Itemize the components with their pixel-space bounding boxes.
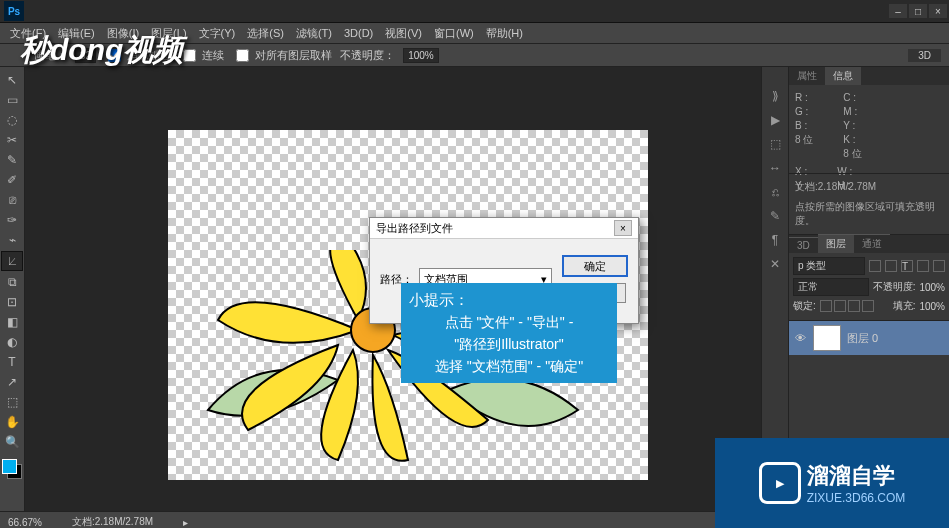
site-logo-overlay: ▶ 溜溜自学 ZIXUE.3D66.COM bbox=[715, 438, 949, 528]
tab-channels[interactable]: 通道 bbox=[854, 234, 890, 253]
tab-properties[interactable]: 属性 bbox=[789, 66, 825, 85]
dialog-title: 导出路径到文件 bbox=[376, 221, 453, 236]
tool-brush[interactable]: ⎚ bbox=[2, 191, 22, 209]
layer-kind-filter[interactable]: p 类型 bbox=[793, 257, 865, 275]
lock-pixels-icon[interactable] bbox=[834, 300, 846, 312]
opt-opacity-label: 不透明度： bbox=[340, 48, 395, 63]
strip-icon-2[interactable]: ▶ bbox=[766, 111, 784, 129]
menu-3d[interactable]: 3D(D) bbox=[338, 25, 379, 41]
options-bar: 画笔： 32 消除锯齿 连续 对所有图层取样 不透明度： 100% 3D bbox=[0, 44, 949, 67]
hint-line1: 点击 "文件" - "导出" - bbox=[409, 311, 609, 333]
hint-overlay: 小提示： 点击 "文件" - "导出" - "路径到Illustrator" 选… bbox=[401, 283, 617, 383]
opt-brush-size[interactable]: 32 bbox=[75, 48, 96, 63]
tool-healing[interactable]: ✐ bbox=[2, 171, 22, 189]
menu-file[interactable]: 文件(F) bbox=[4, 24, 52, 43]
opt-antialias[interactable]: 消除锯齿 bbox=[104, 46, 171, 65]
strip-icon-3[interactable]: ⬚ bbox=[766, 135, 784, 153]
tool-hand[interactable]: ✋ bbox=[2, 413, 22, 431]
window-maximize[interactable]: □ bbox=[909, 4, 927, 18]
lock-label: 锁定: bbox=[793, 299, 816, 313]
dialog-close-button[interactable]: × bbox=[614, 220, 632, 236]
layer-thumbnail[interactable] bbox=[813, 325, 841, 351]
tab-3d[interactable]: 3D bbox=[789, 237, 818, 253]
strip-icon-8[interactable]: ✕ bbox=[766, 255, 784, 273]
opt-all-layers[interactable]: 对所有图层取样 bbox=[232, 46, 332, 65]
opt-opacity[interactable]: 100% bbox=[403, 48, 439, 63]
hint-title: 小提示： bbox=[409, 289, 609, 311]
strip-icon-6[interactable]: ✎ bbox=[766, 207, 784, 225]
tool-history-brush[interactable]: ⌁ bbox=[2, 231, 22, 249]
menu-select[interactable]: 选择(S) bbox=[241, 24, 290, 43]
opt-3d-button[interactable]: 3D bbox=[908, 49, 941, 62]
tool-crop[interactable]: ✂ bbox=[2, 131, 22, 149]
strip-icon-4[interactable]: ↔ bbox=[766, 159, 784, 177]
tool-zoom[interactable]: 🔍 bbox=[2, 433, 22, 451]
window-minimize[interactable]: – bbox=[889, 4, 907, 18]
tool-pen[interactable]: ◐ bbox=[2, 333, 22, 351]
tool-marquee[interactable]: ▭ bbox=[2, 91, 22, 109]
app-logo: Ps bbox=[4, 1, 24, 21]
menu-help[interactable]: 帮助(H) bbox=[480, 24, 529, 43]
window-close[interactable]: × bbox=[929, 4, 947, 18]
visibility-eye-icon[interactable]: 👁 bbox=[793, 332, 807, 344]
tool-gradient[interactable]: ⧉ bbox=[2, 273, 22, 291]
tool-path[interactable]: ↗ bbox=[2, 373, 22, 391]
dialog-ok-button[interactable]: 确定 bbox=[562, 255, 628, 277]
menu-window[interactable]: 窗口(W) bbox=[428, 24, 480, 43]
menu-image[interactable]: 图像(I) bbox=[101, 24, 145, 43]
tool-type[interactable]: T bbox=[2, 353, 22, 371]
filter-adj-icon[interactable] bbox=[885, 260, 897, 272]
menu-layer[interactable]: 图层(L) bbox=[145, 24, 192, 43]
color-swatches[interactable] bbox=[2, 459, 22, 479]
strip-icon-7[interactable]: ¶ bbox=[766, 231, 784, 249]
opt-contiguous[interactable]: 连续 bbox=[179, 46, 224, 65]
doc-size: 文档:2.18M/2.78M bbox=[72, 515, 153, 528]
play-icon: ▶ bbox=[759, 462, 801, 504]
zoom-level[interactable]: 66.67% bbox=[8, 517, 42, 528]
hint-line3: 选择 "文档范围" - "确定" bbox=[409, 355, 609, 377]
filter-text-icon[interactable]: T bbox=[901, 260, 913, 272]
lock-all-icon[interactable] bbox=[862, 300, 874, 312]
tool-shape[interactable]: ⬚ bbox=[2, 393, 22, 411]
tool-eraser[interactable]: ⟀ bbox=[1, 251, 23, 271]
menu-type[interactable]: 文字(Y) bbox=[193, 24, 242, 43]
opacity-value[interactable]: 100% bbox=[919, 282, 945, 293]
tab-layers[interactable]: 图层 bbox=[818, 234, 854, 253]
tool-pen-variant[interactable]: ✑ bbox=[2, 211, 22, 229]
filter-smart-icon[interactable] bbox=[933, 260, 945, 272]
fill-label: 填充: bbox=[893, 299, 916, 313]
hint-line2: "路径到Illustrator" bbox=[409, 333, 609, 355]
tool-eyedropper[interactable]: ✎ bbox=[2, 151, 22, 169]
strip-icon-1[interactable]: ⟫ bbox=[766, 87, 784, 105]
doc-info: 文档:2.18M/2.78M 点按所需的图像区域可填充透明度。 bbox=[789, 173, 949, 234]
fill-value[interactable]: 100% bbox=[919, 301, 945, 312]
layer-row[interactable]: 👁 图层 0 bbox=[789, 321, 949, 355]
tool-move[interactable]: ↖ bbox=[2, 71, 22, 89]
menu-view[interactable]: 视图(V) bbox=[379, 24, 428, 43]
strip-icon-5[interactable]: ⎌ bbox=[766, 183, 784, 201]
menubar: 文件(F) 编辑(E) 图像(I) 图层(L) 文字(Y) 选择(S) 滤镜(T… bbox=[0, 23, 949, 44]
filter-img-icon[interactable] bbox=[869, 260, 881, 272]
menu-edit[interactable]: 编辑(E) bbox=[52, 24, 101, 43]
opacity-label: 不透明度: bbox=[873, 280, 916, 294]
lock-position-icon[interactable] bbox=[848, 300, 860, 312]
blend-mode-select[interactable]: 正常 bbox=[793, 278, 869, 296]
canvas-area: 导出路径到文件 × 路径： 文档范围▾ 确定 取消 小提示： 点击 "文件" -… bbox=[25, 67, 761, 511]
filter-shape-icon[interactable] bbox=[917, 260, 929, 272]
menu-filter[interactable]: 滤镜(T) bbox=[290, 24, 338, 43]
info-panel: R :G :B :8 位 C :M :Y :K :8 位 X :Y : W :H… bbox=[789, 85, 949, 173]
tool-dodge[interactable]: ◧ bbox=[2, 313, 22, 331]
opt-brush-label: 画笔： bbox=[34, 48, 67, 63]
toolbar: ↖ ▭ ◌ ✂ ✎ ✐ ⎚ ✑ ⌁ ⟀ ⧉ ⊡ ◧ ◐ T ↗ ⬚ ✋ 🔍 bbox=[0, 67, 25, 511]
tool-blur[interactable]: ⊡ bbox=[2, 293, 22, 311]
lock-transparency-icon[interactable] bbox=[820, 300, 832, 312]
tab-info[interactable]: 信息 bbox=[825, 66, 861, 85]
fg-color-swatch[interactable] bbox=[2, 459, 17, 474]
layer-name[interactable]: 图层 0 bbox=[847, 331, 878, 346]
tool-lasso[interactable]: ◌ bbox=[2, 111, 22, 129]
